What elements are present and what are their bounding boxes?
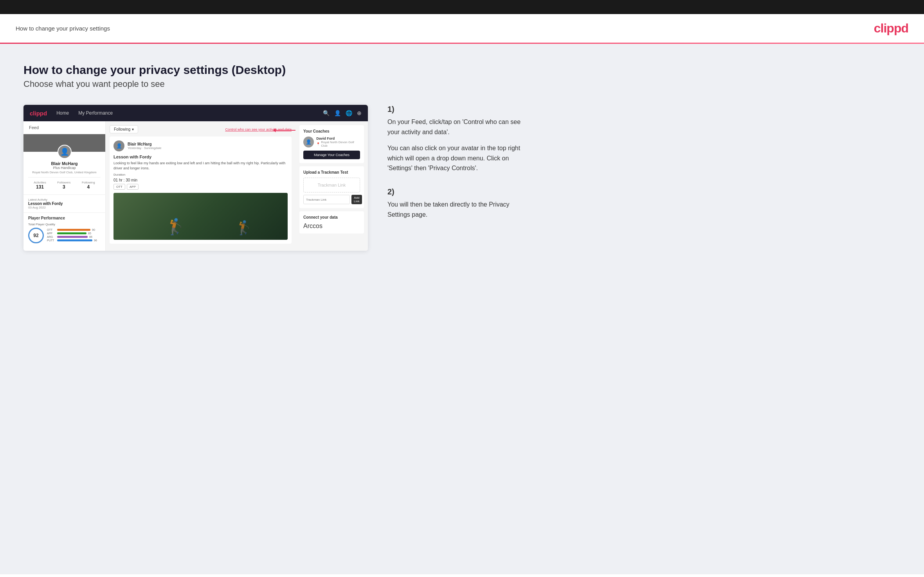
app-logo: clippd [30, 110, 47, 117]
step-2-text: You will then be taken directly to the P… [387, 200, 532, 219]
app-body: Feed 👤 Blair McHarg Plus Handicap Royal … [23, 121, 368, 251]
header: How to change your privacy settings clip… [0, 14, 924, 43]
activity-header: 👤 Blair McHarg Yesterday · Sunningdale [113, 140, 288, 151]
step-1-number: 1) [387, 105, 532, 114]
logo: clippd [874, 21, 908, 36]
app-tag: APP [127, 184, 139, 190]
profile-stats: Activities 131 Followers 3 Following 4 [28, 177, 101, 190]
app-nav-icons: 🔍 👤 🌐 ⊕ [323, 110, 362, 116]
ott-bar [57, 229, 90, 231]
app-feed: Following ▾ Control who can see your act… [106, 121, 295, 251]
profile-card: 👤 Blair McHarg Plus Handicap Royal North… [23, 134, 105, 195]
app-nav: clippd Home My Performance 🔍 👤 🌐 ⊕ [23, 105, 368, 121]
app-mockup: clippd Home My Performance 🔍 👤 🌐 ⊕ Feed [23, 105, 368, 251]
following-stat: Following 4 [82, 181, 95, 190]
activity-title: Lesson with Fordy [113, 155, 288, 159]
arccos-logo: Arccos [303, 223, 360, 230]
arg-bar [57, 236, 88, 238]
activity-meta: Yesterday · Sunningdale [128, 146, 161, 150]
annotation-line [273, 128, 295, 132]
trackman-widget: Upload a Trackman Test Trackman Link Add… [299, 166, 364, 208]
feed-tab[interactable]: Feed [23, 121, 105, 134]
activity-duration-value: 01 hr : 30 min [113, 178, 288, 182]
chevron-down-icon: ▾ [132, 127, 134, 131]
page-title: How to change your privacy settings (Des… [23, 63, 901, 77]
following-button[interactable]: Following ▾ [110, 125, 138, 133]
trackman-placeholder: Trackman Link [303, 178, 360, 192]
activity-avatar: 👤 [113, 140, 124, 151]
step-1-text: On your Feed, click/tap on 'Control who … [387, 117, 532, 137]
coach-name: David Ford [316, 137, 360, 140]
followers-stat: Followers 3 [57, 181, 70, 190]
trackman-title: Upload a Trackman Test [303, 170, 360, 174]
app-widgets: Your Coaches 👤 David Ford 📍 Royal North … [295, 121, 368, 251]
trackman-input[interactable] [303, 195, 350, 204]
quality-score: 92 [28, 228, 44, 243]
profile-name: Blair McHarg [28, 161, 101, 166]
page-subtitle: Choose what you want people to see [23, 79, 901, 89]
activities-stat: Activities 131 [34, 181, 46, 190]
coach-club: 📍 Royal North Devon Golf Club [316, 140, 360, 147]
activity-card: 👤 Blair McHarg Yesterday · Sunningdale L… [110, 137, 292, 244]
golfer-silhouette-1: 🏌 [166, 217, 186, 236]
profile-club: Royal North Devon Golf Club, United King… [28, 171, 101, 174]
manage-coaches-button[interactable]: Manage Your Coaches [303, 151, 360, 159]
app-bar-row: APP 85 [47, 232, 101, 235]
instruction-1: 1) On your Feed, click/tap on 'Control w… [387, 105, 532, 173]
top-bar [0, 0, 924, 14]
arg-bar-row: ARG 86 [47, 235, 101, 238]
activity-image: 🏌 🏌 [113, 193, 288, 240]
instructions-panel: 1) On your Feed, click/tap on 'Control w… [384, 105, 532, 234]
add-link-button[interactable]: Add Link [351, 195, 362, 204]
footer: Copyright Clippd 2022 [0, 574, 924, 577]
activity-description: Looking to feel like my hands are exitin… [113, 161, 288, 171]
golfer-silhouette-2: 🏌 [236, 220, 253, 236]
coach-item: 👤 David Ford 📍 Royal North Devon Golf Cl… [303, 137, 360, 147]
latest-activity-section: Latest Activity Lesson with Fordy 03 Aug… [23, 195, 105, 213]
tag-row: OTT APP [113, 184, 288, 190]
app-nav-performance[interactable]: My Performance [78, 110, 113, 116]
player-performance-section: Player Performance Total Player Quality … [23, 213, 105, 246]
profile-handicap: Plus Handicap [28, 166, 101, 170]
trackman-input-row: Add Link [303, 195, 360, 204]
activity-user: Blair McHarg [128, 142, 161, 146]
profile-avatar: 👤 [58, 145, 72, 159]
ott-tag: OTT [113, 184, 125, 190]
coach-avatar: 👤 [303, 137, 314, 147]
putt-bar [57, 239, 92, 241]
user-icon[interactable]: 👤 [334, 110, 341, 116]
coaches-title: Your Coaches [303, 129, 360, 133]
ott-bar-row: OTT 90 [47, 228, 101, 231]
search-icon[interactable]: 🔍 [323, 110, 330, 116]
putt-bar-row: PUTT 96 [47, 239, 101, 242]
quality-section: 92 OTT 90 APP 85 [28, 228, 101, 243]
feed-header: Following ▾ Control who can see your act… [110, 125, 292, 133]
location-icon: 📍 [316, 142, 320, 146]
connect-title: Connect your data [303, 215, 360, 219]
coaches-widget: Your Coaches 👤 David Ford 📍 Royal North … [299, 125, 364, 163]
step-2-number: 2) [387, 187, 532, 196]
quality-bars: OTT 90 APP 85 ARG [47, 228, 101, 243]
connect-data-widget: Connect your data Arccos [299, 211, 364, 234]
instruction-2: 2) You will then be taken directly to th… [387, 187, 532, 219]
content-row: clippd Home My Performance 🔍 👤 🌐 ⊕ Feed [23, 105, 901, 251]
app-bar [57, 232, 86, 234]
globe-icon[interactable]: 🌐 [346, 110, 352, 116]
app-nav-home[interactable]: Home [56, 110, 69, 116]
avatar-icon[interactable]: ⊕ [357, 110, 362, 116]
step-1-text2: You can also click on your avatar in the… [387, 143, 532, 173]
activity-duration-label: Duration [113, 173, 288, 176]
main-content: How to change your privacy settings (Des… [0, 44, 924, 574]
app-sidebar: Feed 👤 Blair McHarg Plus Handicap Royal … [23, 121, 106, 251]
breadcrumb: How to change your privacy settings [16, 25, 110, 32]
